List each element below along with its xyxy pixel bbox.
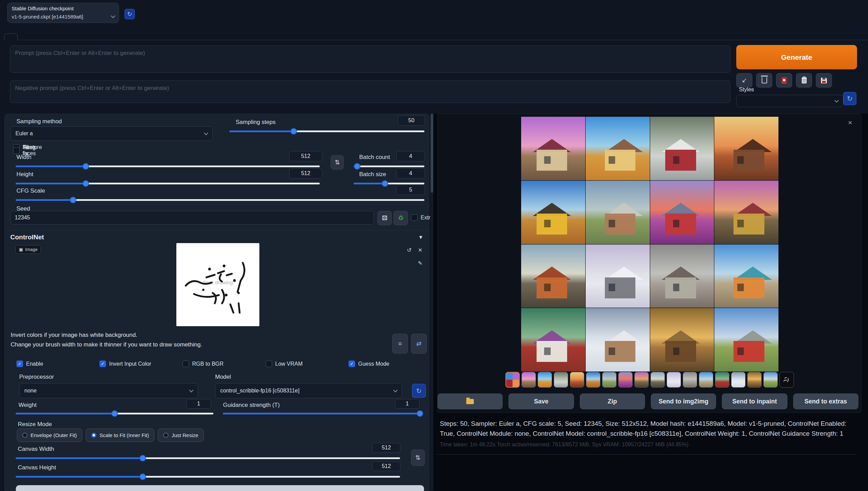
- clear-prompt-button[interactable]: [756, 73, 772, 88]
- height-slider[interactable]: [16, 180, 320, 187]
- tab[interactable]: [35, 34, 48, 40]
- thumbnail[interactable]: [618, 372, 633, 388]
- checkbox-row[interactable]: ✓Low VRAM: [266, 361, 349, 367]
- seed-input[interactable]: [10, 211, 374, 225]
- thumbnail[interactable]: [667, 372, 681, 388]
- generated-image[interactable]: [714, 117, 778, 180]
- generated-image[interactable]: [521, 117, 585, 180]
- canvas-width-value[interactable]: 512: [372, 443, 400, 453]
- thumbnail[interactable]: [505, 372, 520, 388]
- preprocessor-dropdown[interactable]: none: [19, 383, 198, 398]
- checkpoint-dropdown[interactable]: Stable Diffusion checkpoint v1-5-pruned.…: [7, 3, 119, 23]
- thumbnail[interactable]: [747, 372, 762, 388]
- styles-select[interactable]: Styles: [736, 87, 843, 107]
- style-book-button[interactable]: [776, 73, 792, 88]
- tab[interactable]: [110, 34, 124, 40]
- generated-image[interactable]: [714, 181, 778, 244]
- generated-image[interactable]: [586, 117, 650, 180]
- result-action-button[interactable]: Save: [508, 393, 574, 409]
- negative-prompt-input[interactable]: [10, 80, 730, 103]
- thumbnail[interactable]: [699, 372, 713, 388]
- generated-image[interactable]: [521, 308, 585, 372]
- width-value[interactable]: 512: [289, 151, 322, 161]
- controlnet-canvas[interactable]: Start drawing: [176, 243, 259, 326]
- paste-params-button[interactable]: ↙: [736, 73, 752, 88]
- thumbnail[interactable]: [554, 372, 568, 388]
- generated-image[interactable]: [521, 181, 585, 244]
- random-seed-button[interactable]: ⚄: [377, 211, 392, 225]
- generate-button[interactable]: Generate: [736, 45, 857, 69]
- tab[interactable]: [4, 33, 18, 41]
- extra-seed-checkbox[interactable]: ✓Extra: [411, 214, 433, 221]
- controlnet-image-tab[interactable]: ▣Image: [15, 245, 41, 254]
- thumbnail[interactable]: [650, 372, 665, 388]
- canvas-width-slider[interactable]: [16, 455, 400, 461]
- generated-image[interactable]: [586, 308, 650, 372]
- sampling-steps-value[interactable]: 50: [398, 115, 425, 126]
- weight-slider[interactable]: [16, 410, 213, 417]
- thumbnail[interactable]: [779, 372, 794, 388]
- cfg-scale-slider[interactable]: [16, 196, 424, 203]
- undo-stroke-button[interactable]: ↺: [405, 247, 413, 254]
- apply-style-button[interactable]: [796, 73, 812, 88]
- sampling-steps-slider[interactable]: [230, 128, 424, 135]
- generated-image[interactable]: [714, 244, 778, 308]
- generated-image[interactable]: [586, 244, 650, 308]
- collapsed-button-bar[interactable]: [16, 485, 424, 491]
- thumbnail[interactable]: [538, 372, 552, 388]
- tab[interactable]: [95, 34, 108, 40]
- tab[interactable]: [20, 34, 33, 40]
- collapse-arrow-icon[interactable]: ▼: [418, 234, 423, 240]
- thumbnail[interactable]: [683, 372, 697, 388]
- checkbox-row[interactable]: ✓Invert Input Color: [99, 361, 183, 367]
- webcam-button[interactable]: ⌗: [392, 334, 408, 354]
- thumbnail[interactable]: [570, 372, 584, 388]
- controlnet-model-dropdown[interactable]: control_scribble-fp16 [c508311e]: [215, 383, 402, 398]
- swap-width-height-button[interactable]: ⇅: [331, 155, 344, 170]
- generated-image[interactable]: [650, 244, 714, 308]
- checkbox-row[interactable]: ✓Guess Mode: [349, 361, 432, 367]
- brush-tool-button[interactable]: ✎: [416, 260, 424, 267]
- tab[interactable]: [65, 34, 78, 40]
- swap-canvas-dims-button[interactable]: ⇅: [411, 449, 425, 466]
- save-style-button[interactable]: [816, 73, 832, 88]
- guidance-strength-value[interactable]: 1: [395, 399, 420, 409]
- thumbnail[interactable]: [602, 372, 617, 388]
- radio-option[interactable]: Just Resize: [158, 429, 204, 442]
- generated-image[interactable]: [650, 117, 714, 180]
- prompt-input[interactable]: [10, 45, 730, 73]
- thumbnail[interactable]: [763, 372, 778, 388]
- generated-image[interactable]: [650, 181, 714, 244]
- width-slider[interactable]: [16, 163, 320, 170]
- styles-refresh-button[interactable]: ↻: [843, 92, 856, 105]
- batch-size-value[interactable]: 4: [396, 168, 425, 179]
- open-folder-button[interactable]: [437, 393, 503, 409]
- result-action-button[interactable]: Send to extras: [793, 393, 858, 409]
- batch-count-value[interactable]: 4: [396, 151, 425, 161]
- radio-option[interactable]: Scale to Fit (Inner Fit): [86, 429, 154, 442]
- thumbnail[interactable]: [521, 372, 536, 388]
- mirror-webcam-button[interactable]: ⇄: [411, 334, 427, 354]
- left-panel-scrollbar[interactable]: [431, 114, 433, 491]
- weight-value[interactable]: 1: [186, 399, 211, 409]
- thumbnail[interactable]: [634, 372, 649, 388]
- guidance-strength-slider[interactable]: [223, 410, 420, 417]
- thumbnail[interactable]: [731, 372, 746, 388]
- result-action-button[interactable]: Send to img2img: [651, 393, 716, 409]
- cfg-scale-value[interactable]: 5: [396, 185, 425, 195]
- tab[interactable]: [80, 34, 93, 40]
- thumbnail[interactable]: [715, 372, 729, 388]
- generated-image[interactable]: [521, 244, 585, 308]
- generated-image[interactable]: [714, 308, 778, 372]
- canvas-height-slider[interactable]: [16, 473, 400, 480]
- sampling-method-dropdown[interactable]: Euler a: [10, 126, 213, 141]
- canvas-height-value[interactable]: 512: [372, 461, 400, 471]
- generated-image[interactable]: [586, 181, 650, 244]
- scrollbar-thumb[interactable]: [431, 114, 433, 193]
- thumbnail[interactable]: [586, 372, 600, 388]
- checkbox-row[interactable]: ✓RGB to BGR: [183, 361, 266, 367]
- result-action-button[interactable]: Zip: [580, 393, 645, 409]
- height-value[interactable]: 512: [289, 168, 322, 179]
- reuse-seed-button[interactable]: ♻: [394, 211, 408, 225]
- radio-option[interactable]: Envelope (Outer Fit): [17, 429, 82, 442]
